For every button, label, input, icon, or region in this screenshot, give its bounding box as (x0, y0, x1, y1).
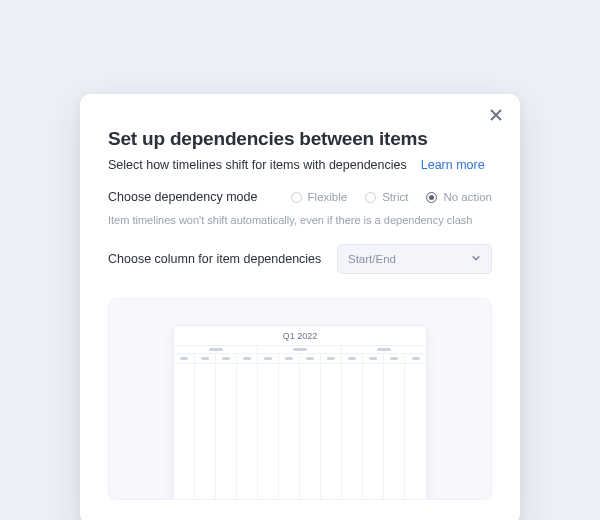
header-placeholder-icon (369, 357, 377, 360)
radio-flexible[interactable]: Flexible (291, 191, 348, 203)
radio-dot-icon (365, 192, 376, 203)
header-placeholder-icon (222, 357, 230, 360)
header-placeholder-icon (306, 357, 314, 360)
header-placeholder-icon (264, 357, 272, 360)
dependency-column-label: Choose column for item dependencies (108, 252, 321, 266)
header-placeholder-icon (285, 357, 293, 360)
modal-subtitle: Select how timelines shift for items wit… (108, 158, 407, 172)
modal-subtitle-row: Select how timelines shift for items wit… (108, 158, 492, 172)
header-placeholder-icon (348, 357, 356, 360)
dependencies-setup-modal: Set up dependencies between items Select… (80, 94, 520, 520)
dependency-mode-label: Choose dependency mode (108, 190, 257, 204)
close-button[interactable] (486, 106, 506, 126)
radio-strict-label: Strict (382, 191, 408, 203)
close-icon (490, 107, 502, 125)
header-placeholder-icon (243, 357, 251, 360)
radio-none-label: No action (443, 191, 492, 203)
radio-no-action[interactable]: No action (426, 191, 492, 203)
header-placeholder-icon (412, 357, 420, 360)
radio-dot-selected-icon (426, 192, 437, 203)
chevron-down-icon (471, 253, 481, 265)
dependency-column-value: Start/End (348, 253, 396, 265)
header-placeholder-icon (377, 348, 391, 351)
learn-more-link[interactable]: Learn more (421, 158, 485, 172)
dependency-mode-radios: Flexible Strict No action (291, 191, 492, 203)
timeline-week-header (174, 354, 426, 364)
header-placeholder-icon (180, 357, 188, 360)
radio-strict[interactable]: Strict (365, 191, 408, 203)
timeline-sheet: Q1 2022 (173, 325, 427, 500)
radio-flexible-label: Flexible (308, 191, 348, 203)
timeline-month-header (174, 346, 426, 354)
header-placeholder-icon (209, 348, 223, 351)
header-placeholder-icon (293, 348, 307, 351)
dependency-mode-row: Choose dependency mode Flexible Strict N… (108, 190, 492, 204)
dependency-mode-hint: Item timelines won't shift automatically… (108, 214, 492, 226)
timeline-preview: Q1 2022 (108, 298, 492, 500)
dependency-column-select[interactable]: Start/End (337, 244, 492, 274)
header-placeholder-icon (327, 357, 335, 360)
header-placeholder-icon (390, 357, 398, 360)
timeline-period-label: Q1 2022 (174, 326, 426, 346)
dependency-column-row: Choose column for item dependencies Star… (108, 244, 492, 274)
timeline-grid (174, 364, 426, 500)
modal-title: Set up dependencies between items (108, 128, 492, 150)
header-placeholder-icon (201, 357, 209, 360)
radio-dot-icon (291, 192, 302, 203)
